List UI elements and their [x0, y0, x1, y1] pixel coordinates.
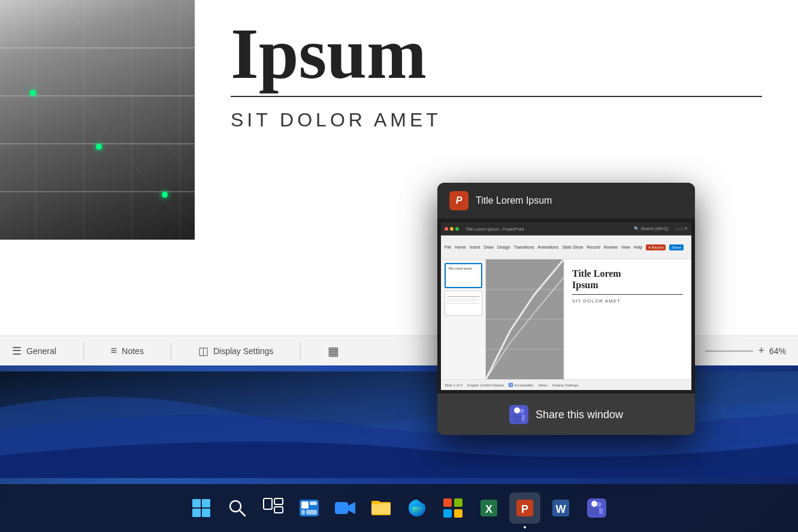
notes-icon: ≡ — [111, 344, 117, 357]
mini-statusbar: Slide 1 of 2 English (United States) ♿ A… — [441, 379, 691, 390]
mini-ribbon-record: Record — [587, 245, 600, 249]
svg-rect-31 — [306, 510, 317, 515]
svg-rect-36 — [371, 501, 380, 504]
edge-icon — [406, 497, 428, 519]
mini-main-slide: Title LoremIpsum SIT DOLOR AMET — [486, 259, 691, 379]
mini-slide-thumb-1[interactable]: Title Lorem Ipsum — [445, 263, 482, 288]
slide-divider — [231, 96, 762, 97]
mini-notes-status: Notes — [538, 383, 548, 387]
mini-slide-divline — [572, 294, 683, 295]
general-toolbar-item[interactable]: ☰ General — [12, 344, 56, 358]
svg-line-9 — [60, 0, 195, 180]
mini-slide-thumb-2[interactable] — [445, 291, 482, 316]
mini-ribbon-draw: Draw — [483, 245, 493, 249]
zoom-slider[interactable] — [705, 350, 753, 352]
taskbar-excel-button[interactable]: X — [473, 492, 504, 524]
popup-preview: Title Lorem Ipsum - PowerPoint 🔍 Search … — [437, 219, 695, 394]
svg-line-23 — [240, 510, 245, 516]
mini-display-status: Display Settings — [552, 383, 578, 387]
slide-subtitle: SIT DOLOR AMET — [231, 109, 762, 131]
maximize-dot — [455, 227, 459, 231]
mini-ribbon-share-btn: Share — [669, 244, 684, 250]
mini-ribbon-transitions: Transitions — [514, 245, 534, 249]
svg-rect-20 — [192, 509, 201, 517]
mini-window-title: Title Lorem Ipsum - PowerPoint — [466, 227, 524, 231]
staircase-image — [0, 0, 195, 240]
mini-accessibility: ♿ Accessibility — [509, 383, 533, 387]
svg-rect-30 — [301, 510, 305, 515]
mini-ribbon: File Home Insert Draw Design Transitions… — [441, 235, 691, 259]
popup-header: P Title Lorem Ipsum — [437, 183, 695, 219]
mini-ppt: Title Lorem Ipsum - PowerPoint 🔍 Search … — [441, 222, 691, 390]
taskbar-widgets-button[interactable] — [294, 492, 325, 524]
store-icon — [442, 497, 464, 519]
svg-point-17 — [514, 407, 520, 413]
mini-slide-2-label — [446, 292, 449, 295]
mini-ppt-body: Title Lorem Ipsum — [441, 259, 691, 379]
svg-line-8 — [0, 0, 195, 240]
svg-marker-33 — [348, 502, 355, 514]
toolbar-divider-1 — [83, 342, 84, 360]
svg-text:X: X — [485, 503, 492, 515]
mini-ribbon-animations: Animations — [538, 245, 559, 249]
svg-point-16 — [519, 409, 524, 413]
mini-slide-text-area: Title LoremIpsum SIT DOLOR AMET — [564, 259, 691, 379]
mini-slide-sub: SIT DOLOR AMET — [572, 298, 683, 304]
powerpoint-icon: P — [514, 497, 536, 519]
taskbar-start-button[interactable] — [186, 492, 217, 524]
zoom-icon — [334, 497, 356, 519]
svg-rect-39 — [443, 509, 452, 518]
mini-search-box: 🔍 Search (Alt+Q) — [634, 226, 668, 231]
mini-ribbon-view: View — [621, 245, 630, 249]
toolbar-divider-3 — [300, 342, 301, 360]
popup-window: P Title Lorem Ipsum Title Lorem Ipsum - … — [437, 183, 695, 435]
taskbar-teams-button[interactable] — [581, 492, 612, 524]
svg-rect-29 — [310, 501, 317, 505]
taskbar-zoom-button[interactable] — [330, 492, 361, 524]
zoom-percent: 64% — [769, 346, 786, 356]
popup-ppt-icon: P — [449, 191, 468, 210]
svg-rect-25 — [274, 498, 283, 504]
taskbar-store-button[interactable] — [437, 492, 468, 524]
taskbar-word-button[interactable]: W — [545, 492, 576, 524]
svg-rect-35 — [371, 503, 391, 514]
taskbar-powerpoint-button[interactable]: P — [509, 492, 540, 524]
view-toggle[interactable]: ▦ — [328, 344, 339, 358]
taskbar-file-explorer-button[interactable] — [365, 492, 397, 524]
svg-rect-28 — [301, 501, 309, 509]
svg-rect-24 — [264, 498, 272, 509]
mini-ribbon-review: Review — [604, 245, 618, 249]
svg-rect-26 — [274, 507, 283, 513]
notes-toolbar-item[interactable]: ≡ Notes — [111, 344, 144, 357]
taskbar-edge-button[interactable] — [401, 492, 433, 524]
mini-slides-panel: Title Lorem Ipsum — [441, 259, 486, 379]
teams-icon — [509, 405, 528, 424]
green-light-3 — [162, 192, 168, 198]
mini-window-controls: — □ ✕ — [675, 226, 688, 231]
slide-title: Ipsum — [231, 18, 762, 90]
svg-rect-32 — [335, 502, 348, 514]
popup-title: Title Lorem Ipsum — [476, 195, 552, 206]
minimize-dot — [450, 227, 454, 231]
share-window-label: Share this window — [536, 409, 623, 421]
mini-ribbon-design: Design — [497, 245, 510, 249]
mini-titlebar: Title Lorem Ipsum - PowerPoint 🔍 Search … — [441, 222, 691, 235]
taskbar-task-view-button[interactable] — [258, 492, 289, 524]
taskbar-search-button[interactable] — [222, 492, 253, 524]
svg-rect-37 — [443, 498, 452, 507]
widgets-icon — [298, 497, 320, 519]
svg-rect-40 — [454, 509, 463, 518]
zoom-in-button[interactable]: + — [758, 344, 764, 357]
windows-icon — [191, 497, 212, 519]
excel-icon: X — [478, 497, 500, 519]
mini-ribbon-insert: Insert — [470, 245, 480, 249]
green-light-1 — [30, 90, 36, 96]
mini-slide-count: Slide 1 of 2 — [445, 383, 463, 387]
toolbar-divider-2 — [171, 342, 171, 360]
display-settings-icon: ◫ — [198, 344, 208, 358]
mini-slide-1-label: Title Lorem Ipsum — [447, 265, 473, 271]
mini-ribbon-help: Help — [634, 245, 642, 249]
share-window-button[interactable]: Share this window — [437, 394, 695, 435]
search-icon — [226, 497, 248, 519]
display-settings-toolbar-item[interactable]: ◫ Display Settings — [198, 344, 273, 358]
